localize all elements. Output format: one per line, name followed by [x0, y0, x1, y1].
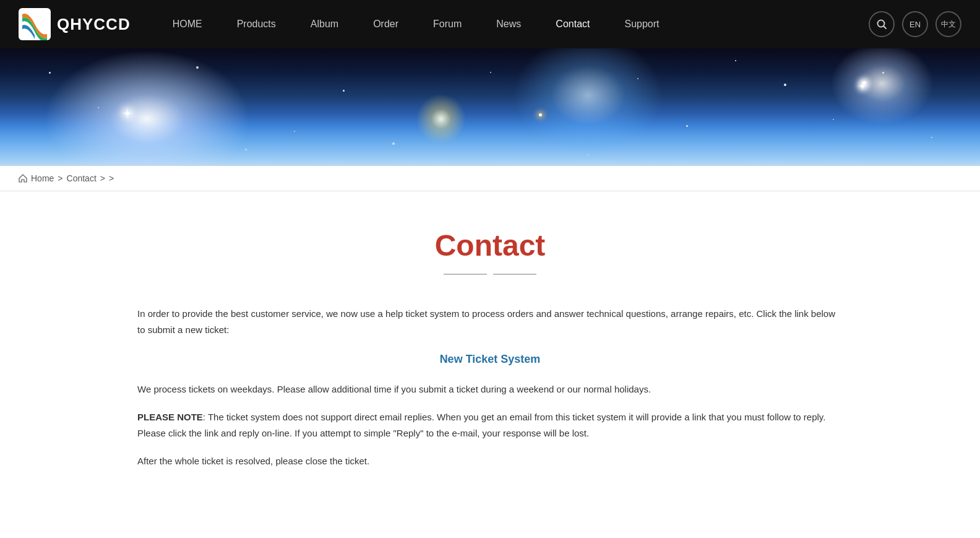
main-nav: HOME Products Album Order Forum News Con… — [155, 0, 869, 48]
search-button[interactable] — [869, 11, 895, 37]
star-bright-2 — [858, 81, 867, 91]
header-right: EN 中文 — [869, 11, 961, 37]
nav-forum[interactable]: Forum — [416, 0, 479, 48]
new-ticket-link[interactable]: New Ticket System — [137, 350, 843, 369]
search-icon — [876, 19, 887, 30]
hero-banner — [0, 48, 980, 166]
breadcrumb-sep1: > — [58, 173, 62, 183]
nav-order[interactable]: Order — [356, 0, 416, 48]
svg-line-2 — [884, 27, 887, 29]
close-note-paragraph: After the whole ticket is resolved, plea… — [137, 453, 843, 469]
title-divider — [137, 274, 843, 275]
home-icon — [19, 174, 27, 183]
nav-album[interactable]: Album — [293, 0, 356, 48]
please-note-label: PLEASE NOTE — [137, 412, 203, 422]
site-header: QHYCCD HOME Products Album Order Forum N… — [0, 0, 980, 48]
breadcrumb-sep3: > — [109, 173, 114, 183]
nav-support[interactable]: Support — [607, 0, 676, 48]
divider-line-right — [493, 274, 536, 275]
breadcrumb: Home > Contact > > — [0, 166, 980, 191]
content-section: In order to provide the best customer se… — [137, 306, 843, 469]
page-title: Contact — [137, 228, 843, 262]
star-bright — [121, 107, 134, 119]
main-content: Contact In order to provide the best cus… — [88, 191, 892, 531]
breadcrumb-sep2: > — [100, 173, 105, 183]
logo-icon — [19, 8, 51, 40]
process-note-paragraph: We process tickets on weekdays. Please a… — [137, 381, 843, 397]
nav-contact[interactable]: Contact — [538, 0, 607, 48]
breadcrumb-home[interactable]: Home — [31, 173, 54, 183]
intro-paragraph: In order to provide the best customer se… — [137, 306, 843, 337]
nav-products[interactable]: Products — [220, 0, 293, 48]
breadcrumb-contact[interactable]: Contact — [67, 173, 97, 183]
nav-news[interactable]: News — [479, 0, 538, 48]
please-note-text: The ticket system does not support direc… — [137, 412, 825, 438]
page-title-section: Contact — [137, 228, 843, 275]
logo-text: QHYCCD — [57, 15, 131, 34]
lang-zh-button[interactable]: 中文 — [935, 11, 961, 37]
lang-en-button[interactable]: EN — [902, 11, 928, 37]
divider-line-left — [444, 274, 487, 275]
logo-link[interactable]: QHYCCD — [19, 8, 131, 40]
please-note-paragraph: PLEASE NOTE: The ticket system does not … — [137, 409, 843, 441]
nav-home[interactable]: HOME — [155, 0, 220, 48]
